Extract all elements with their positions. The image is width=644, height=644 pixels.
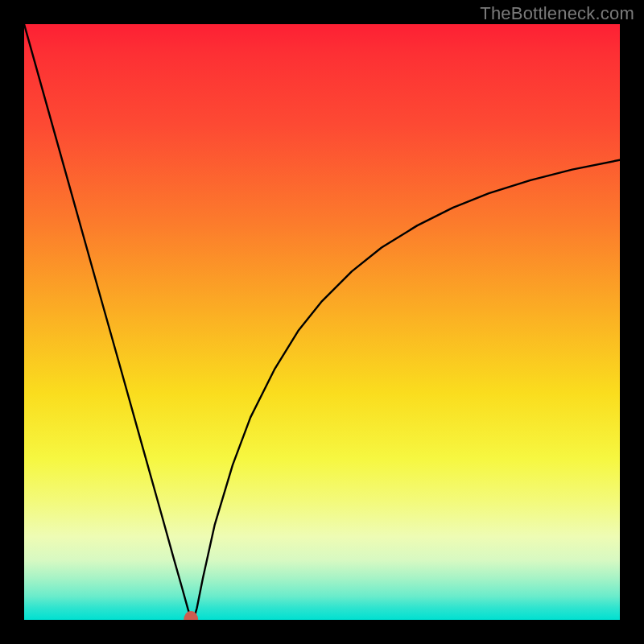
watermark-text: TheBottleneck.com (480, 3, 634, 24)
chart-frame: TheBottleneck.com (0, 0, 644, 644)
curve-layer (24, 24, 620, 620)
plot-area (24, 24, 620, 620)
bottleneck-curve (24, 24, 620, 619)
